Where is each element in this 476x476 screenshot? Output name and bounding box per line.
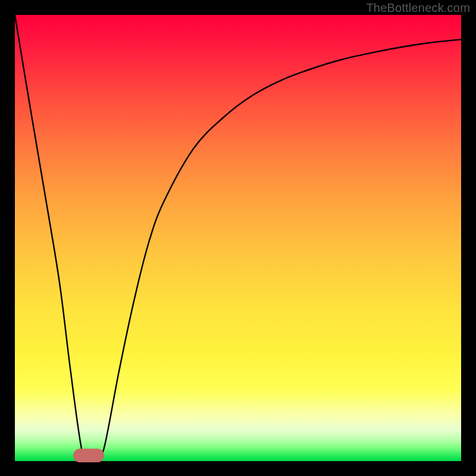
optimal-marker bbox=[73, 449, 105, 462]
bottleneck-curve bbox=[15, 15, 461, 458]
chart-frame bbox=[0, 0, 476, 476]
curve-svg bbox=[15, 15, 461, 461]
watermark-text: TheBottleneck.com bbox=[366, 1, 470, 15]
plot-area bbox=[15, 15, 461, 461]
